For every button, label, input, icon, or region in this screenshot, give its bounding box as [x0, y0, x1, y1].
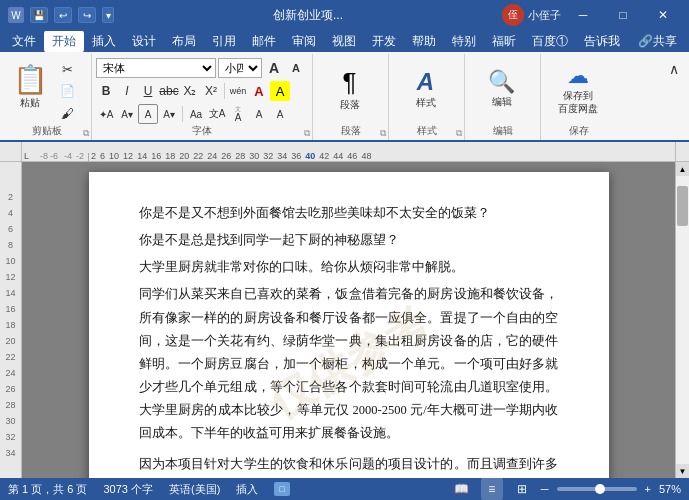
- menu-layout[interactable]: 布局: [164, 31, 204, 52]
- font-color-btn[interactable]: A: [249, 81, 269, 101]
- zoom-slider[interactable]: [557, 487, 637, 491]
- strikethrough-button[interactable]: abc: [159, 81, 179, 101]
- clipboard-expand-icon[interactable]: ⧉: [83, 128, 89, 139]
- menu-tellme[interactable]: 告诉我: [576, 31, 628, 52]
- paragraph-group-label: 段落: [313, 124, 388, 138]
- save-quick-btn[interactable]: 💾: [30, 7, 48, 23]
- phonetic-btn[interactable]: 文 A: [228, 104, 248, 124]
- menu-baidu[interactable]: 百度①: [524, 31, 576, 52]
- char-shade-btn[interactable]: A▾: [117, 104, 137, 124]
- menu-design[interactable]: 设计: [124, 31, 164, 52]
- enclosed-chars-btn[interactable]: A: [249, 104, 269, 124]
- menu-home[interactable]: 开始: [44, 31, 84, 52]
- status-bar: 第 1 页，共 6 页 3073 个字 英语(美国) 插入 □ 📖 ≡ ⊞ ─ …: [0, 478, 689, 500]
- web-view-btn[interactable]: ⊞: [511, 478, 533, 500]
- styles-group-label: 样式: [389, 124, 464, 138]
- menu-foxit[interactable]: 福昕: [484, 31, 524, 52]
- title-bar-right: 侄 小侄子 ─ □ ✕: [502, 1, 681, 29]
- menu-mailings[interactable]: 邮件: [244, 31, 284, 52]
- doc-content: 你是不是又不想到外面餐馆去吃那些美味却不太安全的饭菜？ 你是不是总是找到同学一起…: [139, 202, 559, 478]
- zoom-plus-btn[interactable]: +: [645, 483, 651, 495]
- east-asian-btn[interactable]: 文A: [207, 104, 227, 124]
- scrollbar-thumb[interactable]: [677, 186, 688, 226]
- username: 小侄子: [528, 8, 561, 23]
- paste-icon: 📋: [13, 63, 48, 96]
- minimize-btn[interactable]: ─: [565, 1, 601, 29]
- styles-group: A 样式 样式 ⧉: [389, 54, 465, 140]
- doc-para-5: 因为本项目针对大学生的饮食和休乐问题的项目设计的。而且调查到许多同学，他们都很期…: [139, 453, 559, 478]
- undo-btn[interactable]: ↩: [54, 7, 72, 23]
- ruler-area: L -8 -6 -4 -2 2 6 10 12 14 16 18 20 22 2…: [0, 142, 689, 162]
- text-effects-button[interactable]: wén: [228, 81, 248, 101]
- menu-file[interactable]: 文件: [4, 31, 44, 52]
- clear-format-btn[interactable]: ✦A: [96, 104, 116, 124]
- underline-button[interactable]: U: [138, 81, 158, 101]
- save-group-label: 保存: [541, 124, 617, 138]
- bold-button[interactable]: B: [96, 81, 116, 101]
- maximize-btn[interactable]: □: [605, 1, 641, 29]
- zoom-level[interactable]: 57%: [659, 483, 681, 495]
- text-outline-btn[interactable]: A: [270, 104, 290, 124]
- collapse-ribbon-btn[interactable]: ∧: [663, 58, 685, 80]
- scroll-up-btn[interactable]: ▲: [676, 162, 689, 176]
- paste-button[interactable]: 📋 粘贴: [6, 56, 54, 116]
- copy-button[interactable]: 📄: [56, 82, 78, 100]
- font-color-arrow[interactable]: A▾: [159, 104, 179, 124]
- font-grow-btn[interactable]: A: [286, 58, 306, 78]
- menu-help[interactable]: 帮助: [404, 31, 444, 52]
- print-view-btn[interactable]: ≡: [481, 478, 503, 500]
- scrollbar-track[interactable]: [676, 176, 689, 464]
- redo-btn[interactable]: ↪: [78, 7, 96, 23]
- menu-insert[interactable]: 插入: [84, 31, 124, 52]
- zoom-thumb: [595, 484, 605, 494]
- insert-mode-icon: □: [274, 482, 290, 496]
- page-info: 第 1 页，共 6 页: [8, 482, 87, 497]
- doc-scroll-area[interactable]: 仅供参考 你是不是又不想到外面餐馆去吃那些美味却不太安全的饭菜？ 你是不是总是找…: [22, 162, 675, 478]
- cut-button[interactable]: ✂: [56, 60, 78, 78]
- format-painter-button[interactable]: 🖌: [56, 104, 78, 122]
- menu-view[interactable]: 视图: [324, 31, 364, 52]
- font-expand-icon[interactable]: ⧉: [304, 128, 310, 139]
- window-title: 创新创业项...: [114, 7, 502, 24]
- word-icon: W: [8, 7, 24, 23]
- save-baidu-button[interactable]: ☁ 保存到百度网盘: [545, 59, 611, 119]
- ruler-scrollbar-corner: [675, 142, 689, 162]
- menu-references[interactable]: 引用: [204, 31, 244, 52]
- subscript-button[interactable]: X₂: [180, 81, 200, 101]
- change-case-btn[interactable]: Aa: [186, 104, 206, 124]
- doc-para-3: 大学里厨房就非常对你的口味。给你从烦闷非常中解脱。: [139, 256, 559, 279]
- styles-expand-icon[interactable]: ⧉: [456, 128, 462, 139]
- menu-dev[interactable]: 开发: [364, 31, 404, 52]
- menu-share[interactable]: 🔗共享: [630, 31, 685, 52]
- user-avatar[interactable]: 侄: [502, 4, 524, 26]
- language: 英语(美国): [169, 482, 220, 497]
- paragraph-label: 段落: [340, 98, 360, 112]
- word-count: 3073 个字: [103, 482, 153, 497]
- menu-review[interactable]: 审阅: [284, 31, 324, 52]
- paragraph-group: ¶ 段落 段落 ⧉: [313, 54, 389, 140]
- paragraph-button[interactable]: ¶ 段落: [320, 59, 380, 119]
- zoom-minus-btn[interactable]: ─: [541, 483, 549, 495]
- font-shrink-btn[interactable]: A: [264, 58, 284, 78]
- document-container: L -8 -6 -4 -2 2 6 10 12 14 16 18 20 22 2…: [0, 142, 689, 478]
- customize-btn[interactable]: ▾: [102, 7, 114, 23]
- paste-label: 粘贴: [20, 96, 40, 110]
- read-view-btn[interactable]: 📖: [451, 478, 473, 500]
- highlight-btn[interactable]: A: [270, 81, 290, 101]
- doc-para-2: 你是不是总是找到同学一起下厨的神秘愿望？: [139, 229, 559, 252]
- menu-special[interactable]: 特别: [444, 31, 484, 52]
- ribbon: 📋 粘贴 ✂ 📄 🖌 剪贴板 ⧉ 宋体 小四 A A: [0, 52, 689, 142]
- styles-label: 样式: [416, 96, 436, 110]
- editing-button[interactable]: 🔍 编辑: [472, 59, 532, 119]
- styles-button[interactable]: A 样式: [396, 59, 456, 119]
- char-border-btn[interactable]: A: [138, 104, 158, 124]
- paragraph-expand-icon[interactable]: ⧉: [380, 128, 386, 139]
- font-size-select[interactable]: 小四: [218, 58, 262, 78]
- italic-button[interactable]: I: [117, 81, 137, 101]
- font-name-select[interactable]: 宋体: [96, 58, 216, 78]
- vertical-scrollbar[interactable]: ▲ ▼: [675, 162, 689, 478]
- superscript-button[interactable]: X²: [201, 81, 221, 101]
- close-btn[interactable]: ✕: [645, 1, 681, 29]
- doc-para-1: 你是不是又不想到外面餐馆去吃那些美味却不太安全的饭菜？: [139, 202, 559, 225]
- scroll-down-btn[interactable]: ▼: [676, 464, 689, 478]
